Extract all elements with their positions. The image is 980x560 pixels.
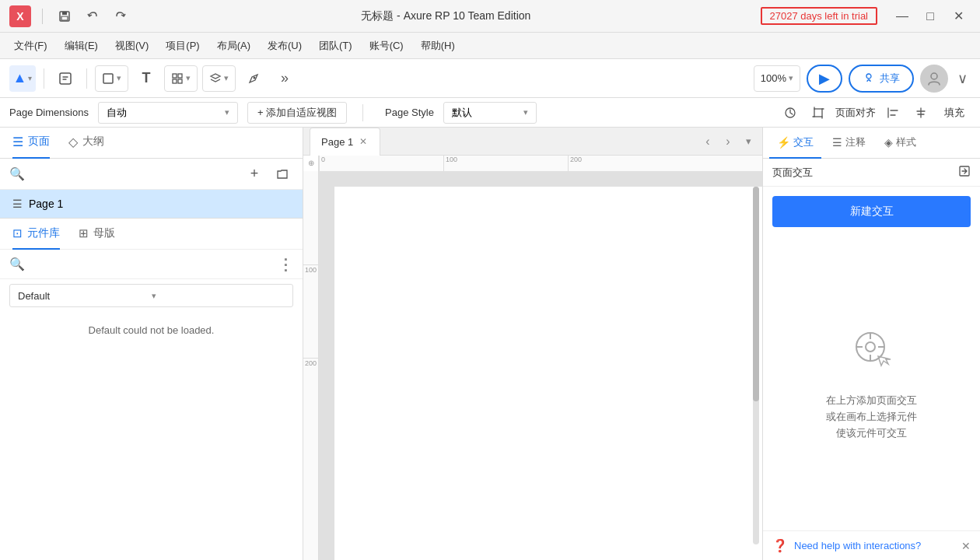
dims-sep [362,104,363,121]
component-tabs: ⊡ 元件库 ⊞ 母版 [0,219,303,250]
tab-components[interactable]: ⊡ 元件库 [12,219,60,250]
text-tool-button[interactable]: T [133,65,159,92]
page-dimensions-select[interactable]: 自动 ▾ [98,102,238,124]
canvas-ruler-horizontal: ⊕ 0 100 200 [303,156,762,171]
page-dimensions-label: Page Dimensions [9,107,89,118]
share-button[interactable]: 共享 [849,65,914,93]
menu-project[interactable]: 项目(P) [158,36,207,56]
layer-tool-dropdown[interactable]: ▾ [202,65,236,92]
main-content: ☰ 页面 ◇ 大纲 🔍 + ☰ Page 1 ⊡ [0,128,980,560]
dims-right: 页面对齐 填充 [779,102,971,124]
close-button[interactable]: ✕ [946,5,971,27]
maximize-button[interactable]: □ [918,5,943,27]
add-folder-button[interactable] [271,163,293,185]
add-adaptive-view-button[interactable]: + 添加自适应视图 [247,102,347,124]
canvas-page[interactable] [334,187,762,560]
canvas-tab-page1[interactable]: Page 1 ✕ [310,128,380,156]
toolbar-more-button[interactable]: ∨ [954,67,971,90]
history-button[interactable] [779,102,801,124]
svg-point-10 [866,74,871,79]
help-text[interactable]: Need help with interactions? [794,540,955,551]
menu-help[interactable]: 帮助(H) [413,36,463,56]
scrollbar-thumb [753,187,759,401]
canvas-nav-menu[interactable]: ▾ [739,132,758,151]
export-icon[interactable] [958,165,971,180]
tab-interaction[interactable]: ⚡ 交互 [769,128,821,159]
menu-bar: 文件(F) 编辑(E) 视图(V) 项目(P) 布局(A) 发布(U) 团队(T… [0,33,980,59]
user-avatar-button[interactable] [920,65,948,93]
help-close-button[interactable]: ✕ [961,540,971,552]
align-left-button[interactable] [882,102,904,124]
menu-view[interactable]: 视图(V) [107,36,156,56]
pages-tabs: ☰ 页面 ◇ 大纲 [0,128,303,159]
crop-button[interactable] [807,102,829,124]
component-panel: ⊡ 元件库 ⊞ 母版 🔍 ⋮ Default ▾ Default could n… [0,218,303,560]
canvas-scrollbar[interactable] [753,187,759,544]
empty-state-text: 在上方添加页面交互 或在画布上选择元件 使该元件可交互 [826,393,917,441]
component-more-button[interactable]: ⋮ [278,255,293,274]
trial-badge[interactable]: 27027 days left in trial [761,7,877,25]
shape-tool-dropdown[interactable]: ▾ [95,65,128,92]
fill-button[interactable]: 填充 [938,102,971,124]
canvas-content[interactable] [319,171,762,560]
page-align-label: 页面对齐 [835,106,876,120]
new-interaction-button[interactable]: 新建交互 [772,196,971,227]
menu-file[interactable]: 文件(F) [6,36,55,56]
svg-point-16 [866,342,875,352]
canvas-tabs: Page 1 ✕ ‹ › ▾ [303,128,762,156]
component-search-icon[interactable]: 🔍 [9,257,25,271]
group-tool-dropdown[interactable]: ▾ [164,65,198,92]
svg-rect-2 [61,16,68,20]
components-icon: ⊡ [12,226,23,240]
component-toolbar: 🔍 ⋮ [0,250,303,279]
zoom-control[interactable]: 100% ▾ [754,65,800,92]
toolbar-sep-2 [86,68,87,89]
tab-notes[interactable]: ☰ 注释 [824,128,873,159]
preview-button[interactable]: ▶ [807,65,842,93]
pen-tool-button[interactable] [240,65,267,92]
right-panel-tabs: ⚡ 交互 ☰ 注释 ◈ 样式 [763,128,980,159]
empty-interaction-state: 在上方添加页面交互 或在画布上选择元件 使该元件可交互 [763,236,980,530]
canvas-body: 100 200 [303,171,762,560]
tab-outline[interactable]: ◇ 大纲 [68,128,104,159]
title-bar: X 无标题 - Axure RP 10 Team Edition 27027 d… [0,0,980,33]
search-icon[interactable]: 🔍 [9,166,25,181]
empty-state-icon [849,325,895,380]
ruler-mark-100: 100 [443,156,457,171]
pages-search-bar: 🔍 + [0,159,303,190]
tab-pages[interactable]: ☰ 页面 [12,128,50,159]
page-style-select[interactable]: 默认 ▾ [443,102,537,124]
save-button[interactable] [54,5,75,27]
redo-button[interactable] [110,5,131,27]
minimize-button[interactable]: — [890,5,915,27]
interact-tool-button[interactable] [52,65,79,92]
undo-button[interactable] [82,5,103,27]
align-center-button[interactable] [910,102,932,124]
masters-icon: ⊞ [79,226,89,240]
tab-masters[interactable]: ⊞ 母版 [79,219,115,250]
svg-point-11 [931,73,937,79]
canvas-tab-close[interactable]: ✕ [358,135,369,149]
svg-rect-13 [814,109,822,117]
menu-edit[interactable]: 编辑(E) [57,36,106,56]
component-library-dropdown[interactable]: Default ▾ [9,284,293,307]
canvas-nav-next[interactable]: › [719,132,737,151]
page-style-label: Page Style [385,107,434,118]
ruler-mark-0: 0 [319,156,325,171]
ruler-mark-v-100: 100 [303,264,318,274]
canvas-nav: ‹ › ▾ [698,132,762,151]
canvas-nav-prev[interactable]: ‹ [698,132,717,151]
more-tools-button[interactable]: » [271,65,298,92]
menu-layout[interactable]: 布局(A) [209,36,258,56]
menu-account[interactable]: 账号(C) [362,36,411,56]
help-icon: ❓ [772,538,788,553]
tab-style[interactable]: ◈ 样式 [877,128,924,159]
select-tool-button[interactable]: ▲ ▾ [9,65,36,92]
add-page-button[interactable]: + [243,163,265,185]
component-error-message: Default could not be loaded. [0,312,303,348]
pages-icon: ☰ [12,135,23,149]
svg-point-9 [254,76,256,79]
menu-team[interactable]: 团队(T) [311,36,360,56]
page-list-item[interactable]: ☰ Page 1 [0,190,303,218]
menu-publish[interactable]: 发布(U) [260,36,310,56]
